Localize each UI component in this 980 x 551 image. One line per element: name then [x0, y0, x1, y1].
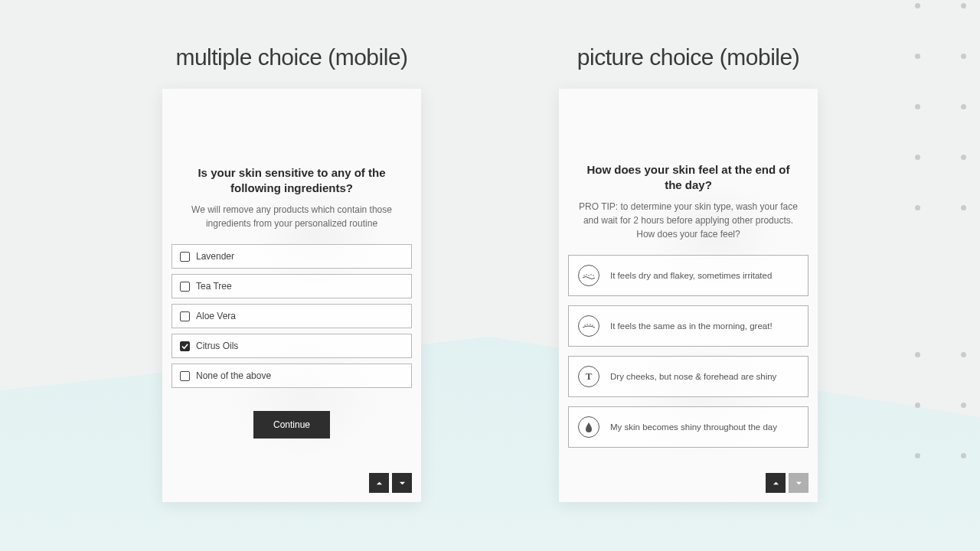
- svg-point-2: [590, 324, 590, 324]
- option-label: Citrus Oils: [196, 341, 238, 351]
- pic-option-label: My skin becomes shiny throughout the day: [610, 422, 777, 432]
- option-tea-tree[interactable]: Tea Tree: [172, 274, 412, 298]
- option-label: None of the above: [196, 370, 271, 381]
- option-aloe-vera[interactable]: Aloe Vera: [172, 304, 412, 328]
- svg-text:T: T: [586, 370, 593, 382]
- nav-arrows: [369, 473, 412, 493]
- pic-option-label: Dry cheeks, but nose & forehead are shin…: [610, 372, 776, 381]
- option-none[interactable]: None of the above: [172, 364, 412, 388]
- right-heading: picture choice (mobile): [577, 44, 799, 70]
- question-subtext: We will remove any products which contai…: [172, 203, 412, 230]
- right-column: picture choice (mobile) How does your sk…: [559, 44, 818, 502]
- dry-skin-icon: [578, 265, 599, 286]
- phone-multiple-choice: Is your skin sensitive to any of the fol…: [162, 89, 421, 502]
- left-column: multiple choice (mobile) Is your skin se…: [162, 44, 421, 502]
- main-container: multiple choice (mobile) Is your skin se…: [0, 0, 980, 502]
- nav-up-button[interactable]: [766, 473, 786, 493]
- option-label: Tea Tree: [196, 281, 232, 292]
- checkbox-icon: [180, 371, 190, 381]
- tzone-skin-icon: T: [578, 366, 599, 387]
- svg-point-0: [584, 324, 585, 325]
- option-label: Lavender: [196, 251, 234, 262]
- pic-option-normal[interactable]: It feels the same as in the morning, gre…: [568, 305, 808, 347]
- option-label: Aloe Vera: [196, 311, 236, 321]
- svg-point-3: [592, 324, 593, 325]
- phone-picture-choice: How does your skin feel at the end of th…: [559, 89, 818, 502]
- options-list: Lavender Tea Tree Aloe Vera Cit: [172, 244, 412, 388]
- question-text: Is your skin sensitive to any of the fol…: [172, 165, 412, 195]
- nav-down-button[interactable]: [392, 473, 412, 493]
- option-citrus-oils[interactable]: Citrus Oils: [172, 334, 412, 358]
- checkbox-icon: [180, 252, 190, 262]
- pic-option-dry[interactable]: It feels dry and flakey, sometimes irrit…: [568, 255, 808, 296]
- pic-option-oily[interactable]: My skin becomes shiny throughout the day: [568, 406, 808, 448]
- pic-option-label: It feels the same as in the morning, gre…: [610, 321, 773, 331]
- checkbox-checked-icon: [180, 341, 190, 351]
- svg-point-1: [586, 324, 587, 324]
- question-text: How does your skin feel at the end of th…: [568, 162, 808, 192]
- normal-skin-icon: [578, 315, 599, 337]
- option-lavender[interactable]: Lavender: [172, 244, 412, 269]
- continue-button[interactable]: Continue: [253, 411, 330, 439]
- pic-option-label: It feels dry and flakey, sometimes irrit…: [610, 271, 772, 280]
- pic-option-tzone[interactable]: T Dry cheeks, but nose & forehead are sh…: [568, 356, 808, 397]
- nav-up-button[interactable]: [369, 473, 389, 493]
- question-subtext: PRO TIP: to determine your skin type, wa…: [568, 200, 808, 241]
- left-heading: multiple choice (mobile): [175, 44, 407, 70]
- checkbox-icon: [180, 311, 190, 321]
- checkbox-icon: [180, 282, 190, 292]
- oily-skin-icon: [578, 416, 599, 438]
- picture-options-list: It feels dry and flakey, sometimes irrit…: [568, 255, 808, 448]
- nav-down-button-disabled[interactable]: [789, 473, 808, 493]
- nav-arrows: [766, 473, 808, 493]
